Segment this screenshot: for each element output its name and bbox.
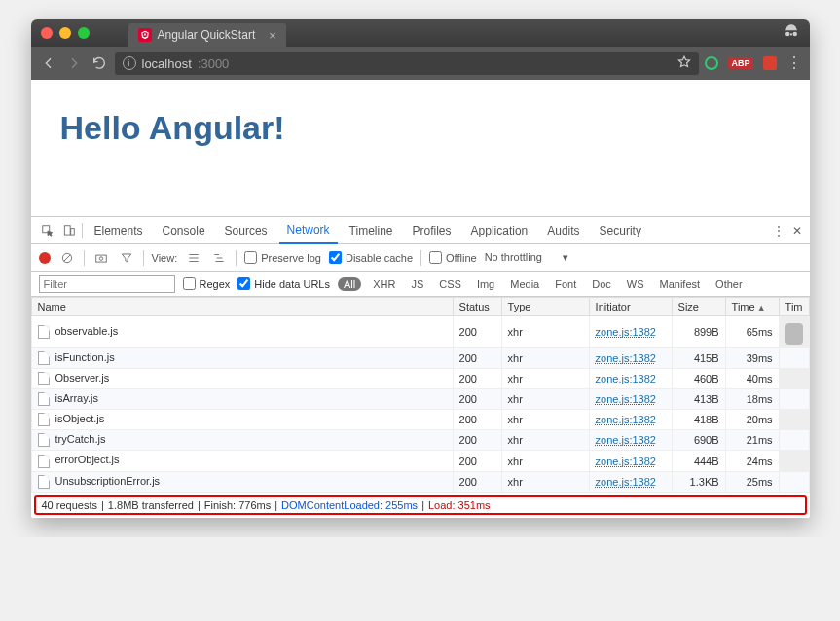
url-toolbar: i localhost:3000 ABP ⋮ [31,47,810,80]
devtools-tab-profiles[interactable]: Profiles [405,217,459,244]
minimize-window-button[interactable] [59,27,71,39]
column-type[interactable]: Type [501,298,589,316]
table-row[interactable]: UnsubscriptionError.js200xhrzone.js:1382… [31,471,809,492]
svg-rect-2 [70,228,74,234]
column-timeline[interactable]: Tim [779,298,809,316]
pocket-extension-icon[interactable] [763,56,777,70]
back-button[interactable] [39,54,58,73]
bookmark-star-icon[interactable] [677,55,691,72]
reload-button[interactable] [90,54,109,73]
angular-icon [138,28,152,42]
summary-finish: Finish: 776ms [204,499,271,511]
address-bar[interactable]: i localhost:3000 [115,52,700,75]
devtools-tab-security[interactable]: Security [592,217,649,244]
table-row[interactable]: isFunction.js200xhrzone.js:1382415B39ms [31,348,809,369]
file-icon [38,475,50,489]
filter-type-css[interactable]: CSS [435,276,465,292]
table-row[interactable]: isArray.js200xhrzone.js:1382413B18ms [31,389,809,410]
column-initiator[interactable]: Initiator [589,298,672,316]
extension-green-icon[interactable] [705,56,718,70]
svg-rect-1 [64,225,70,234]
filter-type-other[interactable]: Other [712,276,747,292]
devtools-tab-application[interactable]: Application [463,217,536,244]
table-row[interactable]: tryCatch.js200xhrzone.js:1382690B21ms [31,430,809,451]
devtools-tab-timeline[interactable]: Timeline [342,217,401,244]
filter-type-doc[interactable]: Doc [588,276,615,292]
filter-type-img[interactable]: Img [473,276,498,292]
offline-checkbox[interactable]: Offline [429,251,477,264]
separator [82,223,83,238]
forward-button[interactable] [64,54,84,73]
initiator-link[interactable]: zone.js:1382 [596,352,656,364]
preserve-log-checkbox[interactable]: Preserve log [244,251,321,264]
filter-type-font[interactable]: Font [551,276,580,292]
file-icon [38,433,50,447]
file-icon [38,455,50,468]
close-window-button[interactable] [41,27,53,39]
maximize-window-button[interactable] [78,27,90,39]
initiator-link[interactable]: zone.js:1382 [596,326,656,338]
column-size[interactable]: Size [672,298,725,316]
inspect-element-icon[interactable] [39,222,56,239]
tab-close-button[interactable]: × [269,28,276,43]
table-row[interactable]: isObject.js200xhrzone.js:1382418B20ms [31,410,809,430]
network-filter-bar: Regex Hide data URLs AllXHRJSCSSImgMedia… [31,272,810,297]
devtools-tab-elements[interactable]: Elements [87,217,151,244]
initiator-link[interactable]: zone.js:1382 [596,373,656,384]
titlebar: Angular QuickStart × [31,19,810,47]
abp-extension-icon[interactable]: ABP [728,57,752,69]
devtools-tab-console[interactable]: Console [155,217,213,244]
devtools-close-icon[interactable]: ✕ [792,224,802,237]
regex-checkbox[interactable]: Regex [183,277,231,290]
initiator-link[interactable]: zone.js:1382 [596,434,656,446]
filter-type-xhr[interactable]: XHR [369,276,399,292]
devtools-tab-network[interactable]: Network [279,217,338,244]
browser-menu-button[interactable]: ⋮ [786,55,802,71]
file-icon [38,413,50,426]
device-toggle-icon[interactable] [60,222,78,239]
tab-title: Angular QuickStart [158,28,256,42]
initiator-link[interactable]: zone.js:1382 [596,456,656,467]
filter-type-media[interactable]: Media [506,276,543,292]
filter-toggle-icon[interactable] [118,249,135,267]
clear-button[interactable] [58,249,76,267]
initiator-link[interactable]: zone.js:1382 [596,476,656,488]
browser-tab[interactable]: Angular QuickStart × [128,23,286,47]
incognito-icon [783,22,800,44]
page-heading: Hello Angular! [60,109,781,147]
large-rows-icon[interactable] [185,249,202,267]
initiator-link[interactable]: zone.js:1382 [596,414,656,425]
filter-type-js[interactable]: JS [407,276,427,292]
table-row[interactable]: errorObject.js200xhrzone.js:1382444B24ms [31,451,809,471]
record-button[interactable] [39,252,51,264]
devtools-tab-audits[interactable]: Audits [539,217,587,244]
table-row[interactable]: Observer.js200xhrzone.js:1382460B40ms [31,369,809,389]
site-info-icon[interactable]: i [123,56,136,70]
table-row[interactable]: observable.js200xhrzone.js:1382899B65ms [31,316,809,348]
devtools-tabs: ElementsConsoleSourcesNetworkTimelinePro… [31,217,810,244]
capture-screenshot-icon[interactable] [92,249,110,267]
network-filter-input[interactable] [39,275,175,293]
filter-type-manifest[interactable]: Manifest [656,276,705,292]
file-icon [38,351,50,365]
column-name[interactable]: Name [31,298,453,316]
devtools-more-icon[interactable]: ⋮ [773,224,785,237]
svg-point-6 [99,256,103,260]
url-port: :3000 [198,56,230,71]
scrollbar-thumb[interactable] [785,323,803,345]
window-controls [41,27,90,39]
summary-requests: 40 requests [42,499,97,511]
extension-icons: ABP ⋮ [705,55,801,71]
summary-transferred: 1.8MB transferred [108,499,194,511]
summary-load: Load: 351ms [428,499,491,511]
throttling-select[interactable]: No throttling ▾ [485,251,569,264]
column-time[interactable]: Time▲ [725,298,779,316]
devtools-tab-sources[interactable]: Sources [217,217,275,244]
hide-data-urls-checkbox[interactable]: Hide data URLs [237,277,330,290]
filter-type-all[interactable]: All [338,277,361,291]
column-status[interactable]: Status [453,298,501,316]
disable-cache-checkbox[interactable]: Disable cache [329,251,413,264]
waterfall-icon[interactable] [210,249,228,267]
filter-type-ws[interactable]: WS [623,276,648,292]
initiator-link[interactable]: zone.js:1382 [596,393,656,405]
